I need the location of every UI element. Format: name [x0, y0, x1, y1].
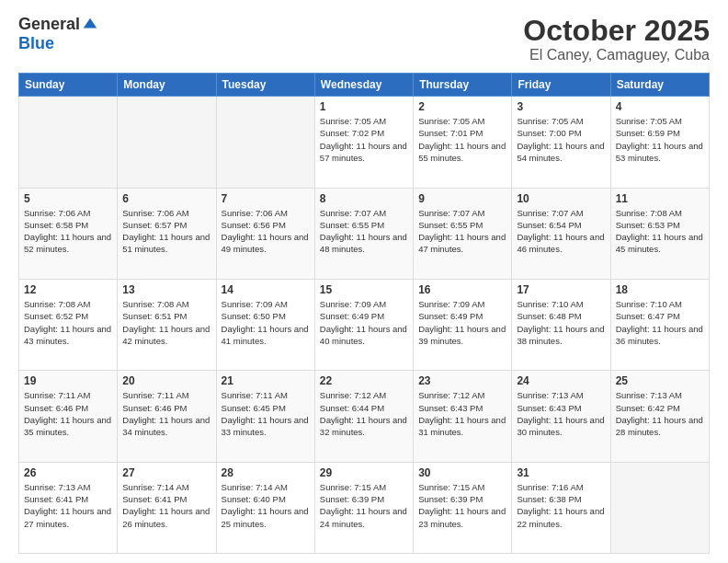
day-number: 26: [24, 466, 112, 479]
day-number: 30: [418, 466, 506, 479]
day-number: 4: [616, 100, 704, 113]
day-number: 15: [320, 283, 408, 296]
day-number: 22: [320, 374, 408, 387]
calendar-cell: 6Sunrise: 7:06 AM Sunset: 6:57 PM Daylig…: [118, 188, 216, 279]
day-number: 9: [418, 192, 506, 205]
calendar-table: SundayMondayTuesdayWednesdayThursdayFrid…: [18, 73, 710, 554]
calendar-cell: 16Sunrise: 7:09 AM Sunset: 6:49 PM Dayli…: [414, 279, 512, 370]
day-info: Sunrise: 7:10 AM Sunset: 6:48 PM Dayligh…: [517, 298, 605, 347]
day-info: Sunrise: 7:05 AM Sunset: 7:00 PM Dayligh…: [517, 115, 605, 164]
calendar-cell: 14Sunrise: 7:09 AM Sunset: 6:50 PM Dayli…: [216, 279, 314, 370]
calendar-week-row: 5Sunrise: 7:06 AM Sunset: 6:58 PM Daylig…: [19, 188, 710, 279]
day-number: 28: [222, 466, 310, 479]
day-info: Sunrise: 7:13 AM Sunset: 6:42 PM Dayligh…: [616, 389, 704, 438]
header: General Blue October 2025 El Caney, Cama…: [18, 15, 710, 63]
calendar-cell: 8Sunrise: 7:07 AM Sunset: 6:55 PM Daylig…: [314, 188, 413, 279]
day-info: Sunrise: 7:14 AM Sunset: 6:41 PM Dayligh…: [122, 481, 210, 530]
day-info: Sunrise: 7:13 AM Sunset: 6:43 PM Dayligh…: [517, 389, 605, 438]
col-header-tuesday: Tuesday: [216, 74, 314, 97]
calendar-cell: 18Sunrise: 7:10 AM Sunset: 6:47 PM Dayli…: [610, 279, 709, 370]
calendar-week-row: 1Sunrise: 7:05 AM Sunset: 7:02 PM Daylig…: [19, 97, 710, 188]
day-info: Sunrise: 7:05 AM Sunset: 7:01 PM Dayligh…: [418, 115, 506, 164]
day-info: Sunrise: 7:14 AM Sunset: 6:40 PM Dayligh…: [222, 481, 310, 530]
day-number: 19: [24, 374, 112, 387]
day-info: Sunrise: 7:13 AM Sunset: 6:41 PM Dayligh…: [24, 481, 112, 530]
day-info: Sunrise: 7:07 AM Sunset: 6:54 PM Dayligh…: [517, 207, 605, 256]
calendar-cell: 15Sunrise: 7:09 AM Sunset: 6:49 PM Dayli…: [314, 279, 413, 370]
calendar-cell: [216, 97, 314, 188]
day-number: 2: [418, 100, 506, 113]
calendar-cell: 9Sunrise: 7:07 AM Sunset: 6:55 PM Daylig…: [414, 188, 512, 279]
day-number: 10: [517, 192, 605, 205]
day-info: Sunrise: 7:09 AM Sunset: 6:50 PM Dayligh…: [222, 298, 310, 347]
day-info: Sunrise: 7:16 AM Sunset: 6:38 PM Dayligh…: [517, 481, 605, 530]
day-info: Sunrise: 7:15 AM Sunset: 6:39 PM Dayligh…: [418, 481, 506, 530]
day-info: Sunrise: 7:08 AM Sunset: 6:52 PM Dayligh…: [24, 298, 112, 347]
calendar-cell: 24Sunrise: 7:13 AM Sunset: 6:43 PM Dayli…: [512, 371, 610, 462]
day-info: Sunrise: 7:11 AM Sunset: 6:45 PM Dayligh…: [222, 389, 310, 438]
calendar-cell: 30Sunrise: 7:15 AM Sunset: 6:39 PM Dayli…: [414, 462, 512, 553]
logo: General Blue: [18, 15, 98, 53]
calendar-week-row: 19Sunrise: 7:11 AM Sunset: 6:46 PM Dayli…: [19, 371, 710, 462]
location-title: El Caney, Camaguey, Cuba: [523, 47, 710, 63]
calendar-cell: 26Sunrise: 7:13 AM Sunset: 6:41 PM Dayli…: [19, 462, 118, 553]
calendar-cell: 4Sunrise: 7:05 AM Sunset: 6:59 PM Daylig…: [610, 97, 709, 188]
day-number: 6: [122, 192, 210, 205]
calendar-cell: 28Sunrise: 7:14 AM Sunset: 6:40 PM Dayli…: [216, 462, 314, 553]
day-number: 13: [122, 283, 210, 296]
col-header-monday: Monday: [118, 74, 216, 97]
day-number: 24: [517, 374, 605, 387]
calendar-cell: 22Sunrise: 7:12 AM Sunset: 6:44 PM Dayli…: [314, 371, 413, 462]
col-header-sunday: Sunday: [19, 74, 118, 97]
day-number: 20: [122, 374, 210, 387]
day-number: 3: [517, 100, 605, 113]
calendar-cell: 5Sunrise: 7:06 AM Sunset: 6:58 PM Daylig…: [19, 188, 118, 279]
page: General Blue October 2025 El Caney, Cama…: [0, 0, 728, 563]
day-info: Sunrise: 7:05 AM Sunset: 6:59 PM Dayligh…: [616, 115, 704, 164]
day-info: Sunrise: 7:09 AM Sunset: 6:49 PM Dayligh…: [320, 298, 408, 347]
day-number: 23: [418, 374, 506, 387]
day-info: Sunrise: 7:12 AM Sunset: 6:44 PM Dayligh…: [320, 389, 408, 438]
day-info: Sunrise: 7:10 AM Sunset: 6:47 PM Dayligh…: [616, 298, 704, 347]
day-info: Sunrise: 7:07 AM Sunset: 6:55 PM Dayligh…: [418, 207, 506, 256]
logo-icon: [82, 17, 98, 33]
calendar-cell: 3Sunrise: 7:05 AM Sunset: 7:00 PM Daylig…: [512, 97, 610, 188]
calendar-cell: 29Sunrise: 7:15 AM Sunset: 6:39 PM Dayli…: [314, 462, 413, 553]
month-title: October 2025: [523, 15, 710, 47]
calendar-cell: 25Sunrise: 7:13 AM Sunset: 6:42 PM Dayli…: [610, 371, 709, 462]
day-number: 5: [24, 192, 112, 205]
day-number: 27: [122, 466, 210, 479]
calendar-cell: 31Sunrise: 7:16 AM Sunset: 6:38 PM Dayli…: [512, 462, 610, 553]
day-number: 29: [320, 466, 408, 479]
calendar-cell: 19Sunrise: 7:11 AM Sunset: 6:46 PM Dayli…: [19, 371, 118, 462]
col-header-friday: Friday: [512, 74, 610, 97]
day-info: Sunrise: 7:15 AM Sunset: 6:39 PM Dayligh…: [320, 481, 408, 530]
day-number: 14: [222, 283, 310, 296]
calendar-cell: [610, 462, 709, 553]
day-info: Sunrise: 7:12 AM Sunset: 6:43 PM Dayligh…: [418, 389, 506, 438]
calendar-cell: 20Sunrise: 7:11 AM Sunset: 6:46 PM Dayli…: [118, 371, 216, 462]
calendar-cell: 21Sunrise: 7:11 AM Sunset: 6:45 PM Dayli…: [216, 371, 314, 462]
calendar-cell: 10Sunrise: 7:07 AM Sunset: 6:54 PM Dayli…: [512, 188, 610, 279]
day-number: 12: [24, 283, 112, 296]
calendar-cell: 1Sunrise: 7:05 AM Sunset: 7:02 PM Daylig…: [314, 97, 413, 188]
calendar-cell: [19, 97, 118, 188]
day-number: 21: [222, 374, 310, 387]
day-number: 31: [517, 466, 605, 479]
calendar-cell: 12Sunrise: 7:08 AM Sunset: 6:52 PM Dayli…: [19, 279, 118, 370]
logo-blue-text: Blue: [18, 34, 54, 53]
calendar-cell: 23Sunrise: 7:12 AM Sunset: 6:43 PM Dayli…: [414, 371, 512, 462]
day-number: 25: [616, 374, 704, 387]
header-right: October 2025 El Caney, Camaguey, Cuba: [523, 15, 710, 63]
calendar-cell: 2Sunrise: 7:05 AM Sunset: 7:01 PM Daylig…: [414, 97, 512, 188]
calendar-header-row: SundayMondayTuesdayWednesdayThursdayFrid…: [19, 74, 710, 97]
day-info: Sunrise: 7:06 AM Sunset: 6:58 PM Dayligh…: [24, 207, 112, 256]
day-number: 7: [222, 192, 310, 205]
day-info: Sunrise: 7:08 AM Sunset: 6:51 PM Dayligh…: [122, 298, 210, 347]
calendar-cell: 27Sunrise: 7:14 AM Sunset: 6:41 PM Dayli…: [118, 462, 216, 553]
day-number: 16: [418, 283, 506, 296]
logo-general-text: General: [18, 15, 80, 34]
calendar-cell: 11Sunrise: 7:08 AM Sunset: 6:53 PM Dayli…: [610, 188, 709, 279]
day-info: Sunrise: 7:11 AM Sunset: 6:46 PM Dayligh…: [24, 389, 112, 438]
day-info: Sunrise: 7:06 AM Sunset: 6:57 PM Dayligh…: [122, 207, 210, 256]
